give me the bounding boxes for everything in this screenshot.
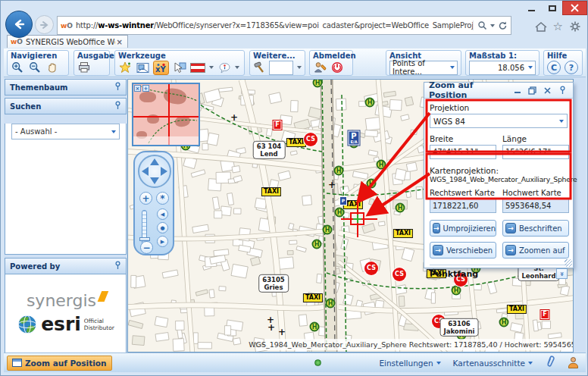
info-balloon-icon[interactable] [217,61,231,74]
f-marker[interactable]: F [274,121,282,130]
cs-marker[interactable]: CS [364,262,378,275]
forward-button[interactable] [35,15,54,34]
bus-stop-marker[interactable]: H [334,166,344,176]
parking-marker[interactable]: PE/A [349,131,360,146]
cs-marker[interactable]: CS [393,268,406,281]
url-text[interactable]: http://w-ws-wintner/WebOffice/synserver?… [76,21,473,30]
zoom-slider[interactable] [142,210,147,245]
home-icon[interactable] [535,21,547,33]
maximize-button[interactable] [542,1,562,15]
overview-close-icon[interactable]: × [134,85,141,92]
zoomen-auf-button[interactable]: →Zoomen auf [502,242,569,258]
address-bar[interactable]: wO http://w-ws-wintner/WebOffice/synserv… [57,16,511,35]
sidebar-panel-suchen[interactable]: Suchen [5,98,127,114]
beschriften-button[interactable]: →Beschriften [502,220,569,237]
projektion-select[interactable]: WGS 84 [430,114,568,128]
zoom-in-button[interactable]: + [139,192,152,205]
tab-close-icon[interactable]: × [115,38,124,46]
refresh-icon[interactable] [498,20,508,30]
kartenausschnitte-menu[interactable]: Kartenausschnitte [453,359,533,368]
ansicht-select[interactable]: Points of Intere... [389,61,458,75]
sidebar-panel-powered-by[interactable]: Powered by [5,258,127,274]
cs-marker[interactable]: CS [304,133,317,146]
next-extent-button[interactable]: ▶ [157,236,168,247]
user-edit-icon[interactable] [313,61,327,74]
dialog-header[interactable]: Zoom auf Position [424,83,573,99]
context-help-button[interactable]: C [547,61,561,74]
rechtswert-input[interactable] [430,199,496,213]
flag-tool-icon[interactable] [190,63,205,73]
einstellungen-menu[interactable]: Einstellungen [379,359,440,368]
pan-east-icon[interactable] [161,167,167,176]
hammer-icon[interactable] [253,61,265,74]
sidebar-panel-themenbaum[interactable]: Themenbaum [5,79,127,96]
bus-stop-marker[interactable]: H [313,79,323,88]
taxi-marker[interactable]: TAXI [261,187,281,196]
task-zoom-auf-position[interactable]: Zoom auf Position [7,356,112,371]
taxi-marker[interactable]: TAXI [303,293,323,302]
pan-west-icon[interactable] [142,167,149,176]
center-button[interactable]: ● [157,222,168,233]
pan-compass[interactable] [138,155,171,188]
bus-stop-marker[interactable]: H [367,179,377,189]
logout-power-icon[interactable] [330,61,344,74]
pin-icon[interactable] [114,101,121,111]
zoom-auf-position-tool-icon[interactable]: xY [153,61,169,75]
minimize-button[interactable] [521,1,542,15]
dialog-resize-grip[interactable] [565,259,572,267]
weitere-select-caret[interactable] [297,66,302,71]
taxi-marker[interactable]: TAXI [393,229,413,238]
overview-move-icon[interactable]: + [142,85,149,92]
paperclip-icon[interactable] [543,354,558,371]
zoom-in-icon[interactable] [11,61,24,74]
pin-icon[interactable] [114,82,121,92]
weitere-select[interactable] [269,61,293,75]
close-button[interactable] [562,1,587,15]
bus-stop-marker[interactable]: H [377,160,386,170]
gear-icon[interactable] [569,20,581,33]
bus-stop-marker[interactable]: H [396,203,405,213]
pin-icon[interactable] [114,261,121,271]
previous-extent-button[interactable]: ◀ [157,208,168,220]
bus-stop-marker[interactable]: H [310,322,320,332]
bus-stop-marker[interactable]: H [312,240,322,249]
full-extent-button[interactable]: * [156,192,169,205]
flag-dropdown-caret[interactable] [209,66,214,71]
search-dropdown-caret[interactable] [490,24,495,30]
dialog-close-icon[interactable] [542,86,553,96]
bus-stop-marker[interactable]: H [326,299,336,309]
punktfang-expand-button[interactable]: » [556,268,568,279]
back-button[interactable] [5,11,33,38]
pan-south-icon[interactable] [150,177,159,184]
overview-map[interactable]: × + [132,83,200,146]
umprojizieren-button[interactable]: →Umprojizieren [430,220,496,237]
parking-marker-small[interactable]: P [339,196,347,205]
massstab-select[interactable]: 18.056 [469,61,536,75]
pan-north-icon[interactable] [150,158,159,165]
auswahl-select[interactable]: - Auswahl - [11,124,120,139]
verschieben-button[interactable]: →Verschieben [430,242,496,258]
dialog-restore-icon[interactable] [527,86,538,96]
zoom-out-icon[interactable] [28,61,42,74]
add-favorite-star-icon[interactable] [118,61,132,74]
favorites-star-icon[interactable]: ☆ [553,21,563,33]
f-marker[interactable]: F [541,310,549,319]
laenge-input[interactable] [502,145,569,159]
dialog-pin-icon[interactable] [557,86,568,96]
select-tool-icon[interactable] [173,61,186,74]
help-button[interactable]: ? [565,61,578,74]
send-map-icon[interactable] [136,61,149,74]
bus-stop-marker[interactable]: H [499,318,509,327]
print-icon[interactable] [77,61,91,74]
info-dropdown-caret[interactable] [235,66,239,71]
browser-tab[interactable]: wO SYNERGIS WebOffice Web... × [7,35,128,48]
dialog-minimize-icon[interactable] [511,86,523,96]
user-avatar[interactable] [568,357,578,368]
taxi-marker[interactable]: TAXI [507,305,527,314]
search-icon[interactable] [477,20,487,30]
breite-input[interactable] [430,145,496,159]
bus-stop-marker[interactable]: H [323,225,333,235]
bus-stop-marker[interactable]: H [452,286,461,296]
hochwert-input[interactable] [502,199,569,213]
zoom-out-button[interactable]: − [140,241,153,254]
